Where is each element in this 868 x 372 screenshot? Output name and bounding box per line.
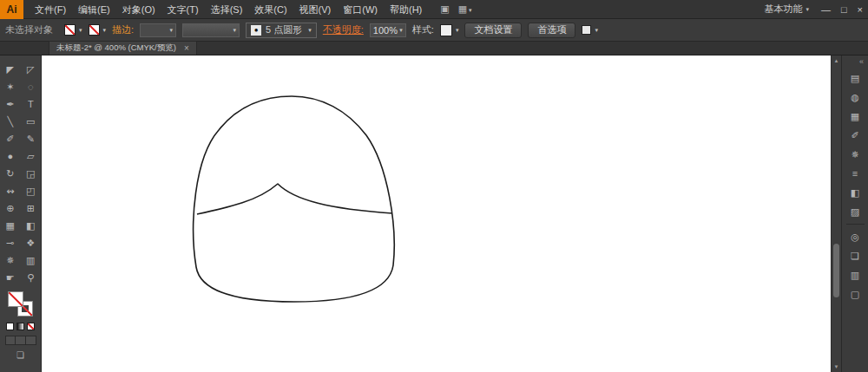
arrange-documents-button[interactable]: ▦▾ bbox=[458, 3, 472, 15]
zoom-tool[interactable]: ⚲ bbox=[21, 269, 42, 286]
draw-normal-button[interactable] bbox=[6, 336, 16, 344]
type-tool[interactable]: T bbox=[21, 95, 42, 113]
app-logo: Ai bbox=[0, 0, 23, 19]
menu-file[interactable]: 文件(F) bbox=[29, 0, 72, 19]
restore-button[interactable]: □ bbox=[841, 4, 847, 15]
stroke-profile-dropdown[interactable]: ▾ bbox=[182, 23, 240, 37]
color-button[interactable] bbox=[6, 323, 14, 330]
scroll-down-icon[interactable]: ▼ bbox=[832, 362, 841, 372]
rotate-tool[interactable]: ↻ bbox=[0, 165, 21, 182]
menu-view[interactable]: 视图(V) bbox=[293, 0, 338, 19]
appearance-panel-icon[interactable]: ◎ bbox=[842, 227, 868, 246]
brush-definition-dropdown[interactable]: ● 5 点圆形 ▾ bbox=[246, 23, 317, 38]
document-tab[interactable]: 未标题-2* @ 400% (CMYK/预览) × bbox=[49, 41, 197, 55]
menu-type[interactable]: 文字(T) bbox=[161, 0, 205, 19]
stroke-color-dropdown[interactable]: ▾ bbox=[89, 24, 107, 36]
window-controls: — □ × bbox=[821, 4, 863, 15]
menu-object[interactable]: 对象(O) bbox=[116, 0, 161, 19]
illustrator-window: Ai 文件(F) 编辑(E) 对象(O) 文字(T) 选择(S) 效果(C) 视… bbox=[0, 0, 868, 372]
artboards-panel-icon[interactable]: ▢ bbox=[842, 284, 868, 303]
line-segment-tool[interactable]: ╲ bbox=[0, 113, 21, 130]
lasso-tool[interactable]: ◌ bbox=[21, 78, 42, 95]
rectangle-tool[interactable]: ▭ bbox=[21, 113, 42, 130]
shape-builder-tool[interactable]: ⊕ bbox=[0, 199, 21, 217]
perspective-grid-tool[interactable]: ⊞ bbox=[21, 199, 42, 217]
gradient-panel-icon[interactable]: ◧ bbox=[842, 183, 868, 202]
pencil-tool[interactable]: ✎ bbox=[21, 130, 42, 147]
artboard-canvas[interactable] bbox=[42, 55, 831, 372]
fill-none-swatch-icon bbox=[64, 24, 76, 36]
main-menus: 文件(F) 编辑(E) 对象(O) 文字(T) 选择(S) 效果(C) 视图(V… bbox=[29, 0, 428, 19]
selection-tool[interactable]: ◤ bbox=[0, 61, 21, 78]
layers-panel-icon[interactable]: ▥ bbox=[842, 265, 868, 284]
preferences-button[interactable]: 首选项 bbox=[528, 23, 575, 38]
menu-select[interactable]: 选择(S) bbox=[205, 0, 249, 19]
brushes-panel-icon[interactable]: ✐ bbox=[842, 126, 868, 145]
fill-swatch[interactable] bbox=[8, 291, 23, 307]
expand-panels-icon[interactable]: « bbox=[859, 57, 868, 69]
document-layout-icon[interactable]: ▣ bbox=[440, 3, 449, 15]
menu-window[interactable]: 窗口(W) bbox=[337, 0, 384, 19]
screen-mode-button[interactable]: ❏ bbox=[5, 350, 36, 360]
gradient-tool[interactable]: ◧ bbox=[21, 217, 42, 234]
close-button[interactable]: × bbox=[858, 4, 863, 15]
symbol-sprayer-tool[interactable]: ✵ bbox=[0, 251, 21, 269]
menu-edit[interactable]: 编辑(E) bbox=[72, 0, 116, 19]
symbols-panel-icon[interactable]: ✵ bbox=[842, 145, 868, 164]
stroke-panel-icon[interactable]: ≡ bbox=[842, 164, 868, 183]
more-options-dropdown[interactable]: ▾ bbox=[582, 25, 598, 35]
document-tab-bar: 未标题-2* @ 400% (CMYK/预览) × bbox=[0, 42, 868, 55]
chevron-down-icon: ▾ bbox=[79, 27, 82, 34]
graphic-styles-panel-icon[interactable]: ❏ bbox=[842, 246, 868, 265]
tab-close-icon[interactable]: × bbox=[184, 43, 189, 53]
arrange-documents-icon: ▦ bbox=[458, 3, 467, 14]
eraser-tool[interactable]: ▱ bbox=[21, 147, 42, 165]
document-tab-title: 未标题-2* @ 400% (CMYK/预览) bbox=[56, 42, 176, 54]
stroke-weight-label[interactable]: 描边: bbox=[112, 23, 134, 36]
menu-effect[interactable]: 效果(C) bbox=[248, 0, 293, 19]
scroll-up-icon[interactable]: ▲ bbox=[832, 55, 841, 66]
hat-brim-path[interactable] bbox=[197, 184, 392, 214]
style-label: 样式: bbox=[412, 23, 434, 36]
opacity-input[interactable]: 100% ▾ bbox=[370, 23, 406, 37]
magic-wand-tool[interactable]: ✶ bbox=[0, 78, 21, 95]
paintbrush-tool[interactable]: ✐ bbox=[0, 130, 21, 147]
workspace-switcher[interactable]: 基本功能 ▾ bbox=[764, 3, 809, 16]
width-tool[interactable]: ↭ bbox=[0, 182, 21, 199]
drawing-mode-buttons bbox=[5, 336, 36, 345]
column-graph-tool[interactable]: ▥ bbox=[21, 251, 42, 269]
color-panel-icon[interactable]: ▤ bbox=[842, 69, 868, 88]
stroke-weight-input[interactable]: ▾ bbox=[140, 23, 176, 37]
eyedropper-tool[interactable]: ⊸ bbox=[0, 234, 21, 251]
draw-behind-button[interactable] bbox=[16, 336, 26, 344]
chevron-down-icon: ▾ bbox=[308, 27, 312, 34]
draw-inside-button[interactable] bbox=[26, 336, 36, 344]
none-button[interactable] bbox=[27, 323, 35, 330]
opacity-label-link[interactable]: 不透明度: bbox=[323, 23, 364, 36]
color-type-buttons bbox=[0, 323, 41, 330]
scrollbar-thumb[interactable] bbox=[833, 244, 839, 297]
menu-help[interactable]: 帮助(H) bbox=[384, 0, 428, 19]
direct-selection-tool[interactable]: ◸ bbox=[21, 61, 42, 78]
swatches-panel-icon[interactable]: ▦ bbox=[842, 107, 868, 126]
vertical-scrollbar[interactable]: ▲ ▼ bbox=[831, 55, 841, 372]
mesh-tool[interactable]: ▦ bbox=[0, 217, 21, 234]
tool-grid: ◤ ◸ ✶ ◌ ✒ T ╲ ▭ ✐ ✎ ● ▱ ↻ ◲ ↭ ◰ ⊕ ⊞ ▦ ◧ bbox=[0, 61, 41, 286]
hat-outline-path[interactable] bbox=[194, 96, 394, 302]
transparency-panel-icon[interactable]: ▨ bbox=[842, 202, 868, 221]
pen-tool[interactable]: ✒ bbox=[0, 95, 21, 113]
style-dropdown[interactable]: ▾ bbox=[440, 24, 459, 36]
blend-tool[interactable]: ❖ bbox=[21, 234, 42, 251]
document-setup-button[interactable]: 文档设置 bbox=[464, 23, 522, 38]
dock-separator bbox=[846, 224, 865, 225]
hand-tool[interactable]: ☛ bbox=[0, 269, 21, 286]
color-guide-panel-icon[interactable]: ◍ bbox=[842, 88, 868, 107]
gradient-button[interactable] bbox=[16, 323, 24, 330]
scrollbar-track[interactable] bbox=[832, 66, 841, 362]
free-transform-tool[interactable]: ◰ bbox=[21, 182, 42, 199]
minimize-button[interactable]: — bbox=[821, 4, 831, 15]
fill-color-dropdown[interactable]: ▾ bbox=[64, 24, 82, 36]
scale-tool[interactable]: ◲ bbox=[21, 165, 42, 182]
brush-dot-icon: ● bbox=[251, 25, 261, 36]
blob-brush-tool[interactable]: ● bbox=[0, 147, 21, 165]
